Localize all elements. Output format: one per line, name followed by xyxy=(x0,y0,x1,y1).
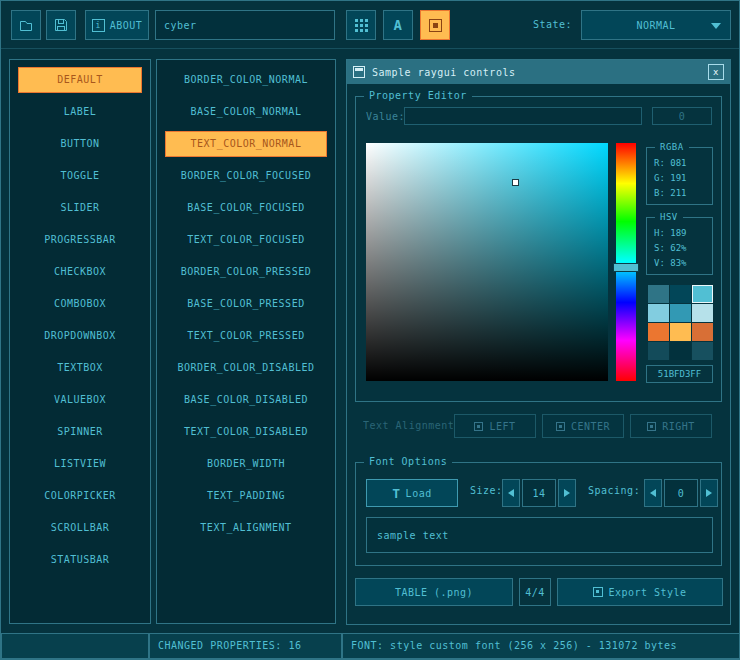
color-picker-panel[interactable] xyxy=(366,143,608,381)
style-property-item[interactable]: TEXT_COLOR_FOCUSED xyxy=(165,227,327,253)
window-content: Property Editor Value: 0 RGBA R: 081 G: … xyxy=(347,84,730,624)
style-property-item[interactable]: BASE_COLOR_FOCUSED xyxy=(165,195,327,221)
style-property-item[interactable]: BORDER_COLOR_PRESSED xyxy=(165,259,327,285)
close-icon[interactable]: x xyxy=(708,64,724,80)
export-icon xyxy=(593,587,603,597)
style-color-grid xyxy=(648,285,713,360)
control-type-item[interactable]: CHECKBOX xyxy=(18,259,142,285)
style-property-item[interactable]: TEXT_COLOR_NORMAL xyxy=(165,131,327,157)
spacing-decrease-button[interactable] xyxy=(644,479,662,507)
window-titlebar[interactable]: Sample raygui controls x xyxy=(347,60,730,84)
property-editor-group: Property Editor Value: 0 RGBA R: 081 G: … xyxy=(355,96,722,402)
color-mode-button[interactable] xyxy=(420,10,450,40)
control-type-item[interactable]: SCROLLBAR xyxy=(18,515,142,541)
window-icon xyxy=(353,66,365,78)
style-property-item[interactable]: BORDER_COLOR_FOCUSED xyxy=(165,163,327,189)
page-indicator[interactable]: 4/4 xyxy=(519,578,551,606)
style-property-item[interactable]: BORDER_WIDTH xyxy=(165,451,327,477)
control-type-item[interactable]: STATUSBAR xyxy=(18,547,142,573)
about-button[interactable]: i ABOUT xyxy=(85,10,149,40)
export-style-label: Export Style xyxy=(608,587,686,598)
control-type-item[interactable]: COLORPICKER xyxy=(18,483,142,509)
control-type-item[interactable]: BUTTON xyxy=(18,131,142,157)
color-swatch[interactable] xyxy=(670,342,691,360)
state-dropdown-value: NORMAL xyxy=(636,20,675,31)
font-mode-button[interactable]: A xyxy=(383,10,413,40)
style-property-item[interactable]: TEXT_ALIGNMENT xyxy=(165,515,327,541)
saturation-value: S: 62% xyxy=(654,241,712,256)
color-picker-cursor[interactable] xyxy=(512,179,519,186)
control-type-item[interactable]: SPINNER xyxy=(18,419,142,445)
export-style-button[interactable]: Export Style xyxy=(557,578,723,606)
color-swatch[interactable] xyxy=(670,285,691,303)
color-swatch[interactable] xyxy=(648,323,669,341)
align-center-icon xyxy=(556,422,565,431)
style-property-item[interactable]: TEXT_PADDING xyxy=(165,483,327,509)
align-right-icon xyxy=(647,422,656,431)
color-swatch[interactable] xyxy=(692,285,713,303)
control-type-item[interactable]: SLIDER xyxy=(18,195,142,221)
controls-list-panel: DEFAULTLABELBUTTONTOGGLESLIDERPROGRESSBA… xyxy=(9,59,151,624)
hue-slider-handle[interactable] xyxy=(613,263,639,272)
color-swatch[interactable] xyxy=(648,285,669,303)
hex-color-box[interactable]: 51BFD3FF xyxy=(646,365,713,383)
hue-bar[interactable] xyxy=(616,143,636,381)
value-box[interactable]: 0 xyxy=(652,107,712,125)
red-value: R: 081 xyxy=(654,156,712,171)
color-swatch[interactable] xyxy=(692,304,713,322)
style-property-item[interactable]: TEXT_COLOR_DISABLED xyxy=(165,419,327,445)
table-view-button[interactable] xyxy=(346,10,376,40)
align-right-label: RIGHT xyxy=(662,421,695,432)
font-a-icon: A xyxy=(394,17,403,33)
color-swatch[interactable] xyxy=(648,304,669,322)
control-type-item[interactable]: VALUEBOX xyxy=(18,387,142,413)
size-decrease-button[interactable] xyxy=(502,479,520,507)
folder-open-icon xyxy=(18,17,34,33)
table-export-button[interactable]: TABLE (.png) xyxy=(355,578,513,606)
style-property-item[interactable]: BORDER_COLOR_NORMAL xyxy=(165,67,327,93)
font-options-group: Font Options T Load Size: 14 Spacing: 0 xyxy=(355,462,722,566)
control-type-item[interactable]: LABEL xyxy=(18,99,142,125)
color-swatch[interactable] xyxy=(692,323,713,341)
text-alignment-label: Text Alignment: xyxy=(363,420,453,431)
align-center-label: CENTER xyxy=(571,421,610,432)
font-options-label: Font Options xyxy=(364,455,452,469)
style-name-input[interactable] xyxy=(155,10,335,40)
control-type-item[interactable]: LISTVIEW xyxy=(18,451,142,477)
arrow-left-icon xyxy=(508,489,514,497)
style-property-item[interactable]: TEXT_COLOR_PRESSED xyxy=(165,323,327,349)
save-style-button[interactable] xyxy=(46,10,76,40)
style-property-item[interactable]: BASE_COLOR_DISABLED xyxy=(165,387,327,413)
load-font-button[interactable]: T Load xyxy=(366,479,458,507)
state-dropdown[interactable]: NORMAL xyxy=(581,10,731,40)
style-property-item[interactable]: BASE_COLOR_NORMAL xyxy=(165,99,327,125)
value-value: V: 83% xyxy=(654,256,712,271)
control-type-item[interactable]: TOGGLE xyxy=(18,163,142,189)
color-swatch[interactable] xyxy=(648,342,669,360)
spacing-value-box[interactable]: 0 xyxy=(664,479,698,507)
control-type-item[interactable]: DROPDOWNBOX xyxy=(18,323,142,349)
color-swatch[interactable] xyxy=(670,304,691,322)
align-left-button[interactable]: LEFT xyxy=(454,414,536,438)
sample-text-input[interactable] xyxy=(366,517,713,553)
state-label: State: xyxy=(504,10,572,40)
spacing-increase-button[interactable] xyxy=(700,479,718,507)
color-swatch[interactable] xyxy=(670,323,691,341)
size-increase-button[interactable] xyxy=(558,479,576,507)
control-type-item[interactable]: TEXTBOX xyxy=(18,355,142,381)
control-type-item[interactable]: PROGRESSBAR xyxy=(18,227,142,253)
align-center-button[interactable]: CENTER xyxy=(542,414,624,438)
style-property-item[interactable]: BASE_COLOR_PRESSED xyxy=(165,291,327,317)
value-input[interactable] xyxy=(404,107,642,125)
toolbar: i ABOUT A State: NORMAL xyxy=(1,1,739,49)
size-value-box[interactable]: 14 xyxy=(522,479,556,507)
align-right-button[interactable]: RIGHT xyxy=(630,414,712,438)
style-property-item[interactable]: BORDER_COLOR_DISABLED xyxy=(165,355,327,381)
color-swatch[interactable] xyxy=(692,342,713,360)
style-properties-panel: BORDER_COLOR_NORMALBASE_COLOR_NORMALTEXT… xyxy=(156,59,336,624)
control-type-item[interactable]: DEFAULT xyxy=(18,67,142,93)
control-type-item[interactable]: COMBOBOX xyxy=(18,291,142,317)
load-style-button[interactable] xyxy=(11,10,41,40)
rgba-label: RGBA xyxy=(655,140,689,154)
spacing-label: Spacing: xyxy=(588,485,640,496)
